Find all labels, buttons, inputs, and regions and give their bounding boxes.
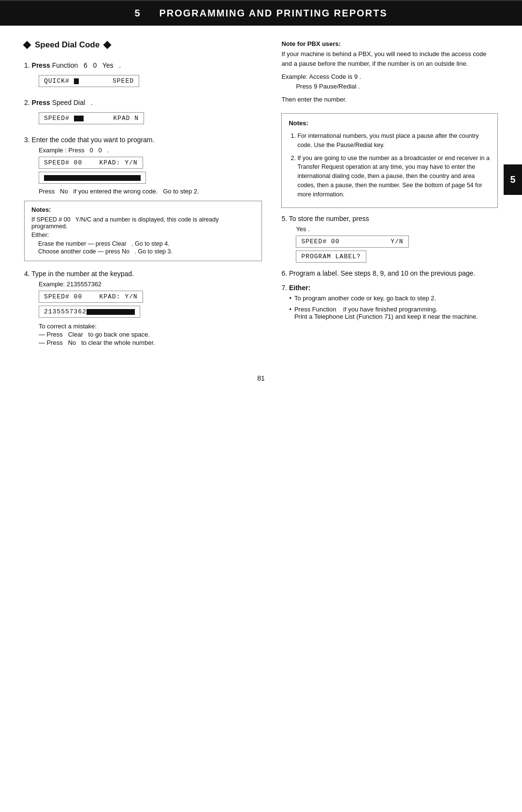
pbx-note-example-row: Press 9 Pause/Redial . [296,82,498,91]
step-7-print-list: Print a Telephone List (Function 71) and… [294,313,478,320]
right-column: Note for PBX users: If your machine is b… [281,40,498,355]
left-column: Speed Dial Code 1. Press Function 6 0 Ye… [24,40,262,355]
content-area: Speed Dial Code 1. Press Function 6 0 Ye… [0,40,522,355]
pbx-note-example-label: Example: Access Code is 9 . [281,72,498,82]
step-2-text: Speed Dial . [52,99,93,106]
step-6-header: 6. Program a label. See steps 8, 9, and … [281,269,498,277]
step-3-header: 3. Enter the code that you want to progr… [24,136,262,144]
bullet-icon-1: • [289,295,291,302]
step-3: 3. Enter the code that you want to progr… [24,136,262,261]
step-1: 1. Press Function 6 0 Yes . QUICK# SPEED [24,61,262,90]
section-title: Speed Dial Code [24,40,262,50]
pbx-note: Note for PBX users: If your machine is b… [281,40,498,104]
step-5-lcd2: PROGRAM LABEL? [296,251,366,263]
step-4-label: Type in the number at the keypad. [31,270,134,278]
right-notes-box: Notes: For international numbers, you mu… [281,113,498,208]
step-3-label: Enter the code that you want to program. [32,136,155,144]
step-5-header: 5. To store the number, press [281,215,498,222]
step-2: 2. Press Speed Dial . SPEED# KPAD N [24,99,262,127]
step-3-notes-box: Notes: If SPEED # 00 Y/N/C and a number … [24,201,262,261]
pbx-note-then: Then enter the number. [281,95,498,104]
bullet-icon-2: • [289,306,291,320]
step-3-note3: Erase the number — press Clear . Go to s… [31,240,255,247]
right-notes-list: For international numbers, you must plac… [289,132,491,199]
step-3-note4: Choose another code — press No . Go to s… [31,248,255,255]
step-5: 5. To store the number, press Yes . SPEE… [281,215,498,263]
step-1-text: Function 6 0 Yes . [52,61,121,69]
chapter-title: PROGRAMMING AND PRINTING REPORTS [159,8,387,18]
step-7-header: 7. Either: [281,284,498,292]
step-5-text: To store the number, press [289,215,369,222]
step-2-header: 2. Press Speed Dial . [24,99,262,106]
step-1-label: Press [32,61,50,69]
pbx-note-text: If your machine is behind a PBX, you wil… [281,49,498,68]
step-5-number: 5. [281,215,289,222]
step-2-lcd: SPEED# KPAD N [39,112,144,124]
step-3-number: 3. [24,136,32,144]
step-4-dash2: — Press No to clear the whole number. [39,339,262,346]
step-3-note2: Either: [31,232,255,238]
step-5-lcd1: SPEED# 00 Y/N [296,236,408,248]
step-7-press-function: Press Function if you have finished prog… [294,306,478,313]
pbx-note-title: Note for PBX users: [281,40,498,47]
step-4-dash1: — Press Clear to go back one space. [39,331,262,338]
step-3-example: Example : Press 0 0 . [39,147,262,154]
step-3-extra: Press No if you entered the wrong code. … [39,188,262,195]
step-1-header: 1. Press Function 6 0 Yes . [24,61,262,69]
step-4-number: 4. [24,270,31,278]
step-4-example: Example: 2135557362 [39,281,262,288]
step-3-notes-title: Notes: [31,206,255,213]
diamond-icon-left [23,41,31,49]
right-note-1: For international numbers, you must plac… [297,132,491,150]
step-7-item2: • Press Function if you have finished pr… [281,306,498,320]
step-4-correct: To correct a mistake: [39,323,262,330]
step-4: 4. Type in the number at the keypad. Exa… [24,270,262,346]
step-5-yes: Yes . [296,225,498,233]
step-7: 7. Either: • To program another code or … [281,284,498,320]
chapter-tab: 5 [504,164,522,195]
step-3-note1: If SPEED # 00 Y/N/C and a number is disp… [31,216,255,230]
page: 5 PROGRAMMING AND PRINTING REPORTS 5 Spe… [0,0,522,812]
chapter-number: 5 [134,8,141,18]
right-note-2: If you are going to use the number as a … [297,154,491,199]
step-4-lcd2: 2135557362 [39,306,140,318]
page-number: 81 [0,374,522,382]
step-1-lcd: QUICK# SPEED [39,75,139,87]
step-7-item1-text: To program another code or key, go back … [294,295,436,302]
step-3-lcd2 [39,172,146,184]
diamond-icon-right [103,41,112,49]
step-2-label: Press [32,99,50,106]
step-2-number: 2. [24,99,32,106]
step-7-item2-content: Press Function if you have finished prog… [294,306,478,320]
step-6-text: Program a label. See steps 8, 9, and 10 … [289,269,475,277]
step-7-number: 7. [281,284,289,292]
step-6-number: 6. [281,269,289,277]
step-4-header: 4. Type in the number at the keypad. [24,270,262,278]
step-3-lcd1: SPEED# 00 KPAD: Y/N [39,157,143,169]
step-1-number: 1. [24,61,32,69]
step-4-lcd1: SPEED# 00 KPAD: Y/N [39,291,143,303]
chapter-header: 5 PROGRAMMING AND PRINTING REPORTS [0,1,522,26]
step-7-label: Either: [289,284,310,292]
step-7-item1: • To program another code or key, go bac… [281,295,498,302]
step-6: 6. Program a label. See steps 8, 9, and … [281,269,498,277]
section-title-text: Speed Dial Code [35,40,100,50]
right-notes-title: Notes: [289,118,491,128]
